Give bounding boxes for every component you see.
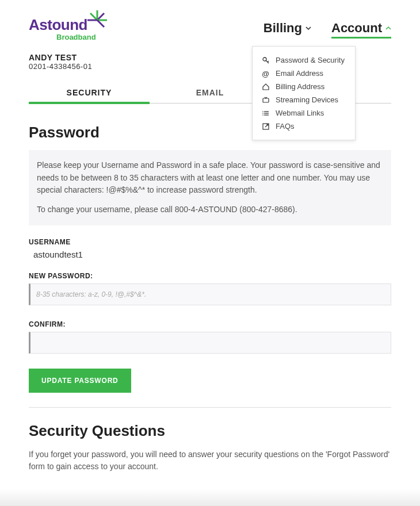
dropdown-streaming-devices[interactable]: Streaming Devices	[262, 93, 346, 106]
tab-label: EMAIL	[196, 88, 224, 97]
nav-billing[interactable]: Billing	[264, 21, 311, 36]
dropdown-item-label: Email Address	[276, 69, 323, 78]
svg-text:@: @	[262, 70, 269, 78]
at-icon: @	[262, 70, 270, 78]
page-shadow	[0, 489, 420, 506]
burst-icon	[86, 9, 109, 32]
home-icon	[262, 83, 270, 91]
svg-point-16	[262, 111, 264, 112]
header: Astound Broadband Billing Account	[29, 12, 391, 41]
account-dropdown: Password & Security @ Email Address Bill…	[252, 46, 356, 140]
confirm-password-input[interactable]	[29, 332, 391, 354]
nav-account-label: Account	[331, 21, 382, 36]
key-icon	[262, 56, 270, 64]
dropdown-item-label: Streaming Devices	[276, 95, 338, 104]
page-container: Astound Broadband Billing Account Passwo…	[0, 0, 420, 490]
dropdown-item-label: Webmail Links	[276, 109, 324, 117]
tv-icon	[262, 96, 270, 104]
dropdown-password-security[interactable]: Password & Security	[262, 53, 346, 67]
svg-point-18	[262, 114, 264, 116]
svg-rect-10	[263, 98, 269, 102]
svg-line-3	[97, 20, 104, 27]
chevron-down-icon	[306, 25, 311, 31]
dropdown-email-address[interactable]: @ Email Address	[262, 67, 346, 80]
new-password-input[interactable]	[29, 283, 391, 305]
brand-logo[interactable]: Astound Broadband	[29, 12, 96, 41]
svg-point-17	[262, 113, 264, 114]
dropdown-item-label: Password & Security	[276, 56, 345, 64]
nav-account[interactable]: Account	[331, 21, 391, 39]
svg-line-8	[268, 61, 269, 62]
dropdown-billing-address[interactable]: Billing Address	[262, 80, 346, 93]
svg-line-4	[90, 13, 97, 20]
update-password-button[interactable]: UPDATE PASSWORD	[29, 369, 131, 393]
section-divider	[29, 407, 391, 408]
external-link-icon	[262, 122, 270, 131]
security-questions-text: If you forget your password, you will ne…	[29, 448, 391, 473]
dropdown-item-label: FAQs	[276, 122, 295, 131]
confirm-password-field-wrap: CONFIRM:	[29, 320, 391, 354]
username-value: astoundtest1	[29, 250, 391, 259]
security-questions-title: Security Questions	[29, 422, 391, 440]
dropdown-faqs[interactable]: FAQs	[262, 120, 346, 133]
confirm-password-label: CONFIRM:	[29, 320, 391, 328]
new-password-label: NEW PASSWORD:	[29, 272, 391, 280]
dropdown-webmail-links[interactable]: Webmail Links	[262, 106, 346, 120]
brand-subtitle: Broadband	[56, 33, 96, 41]
main-nav: Billing Account	[264, 15, 391, 39]
new-password-field-wrap: NEW PASSWORD:	[29, 272, 391, 305]
nav-billing-label: Billing	[264, 21, 302, 36]
chevron-up-icon	[385, 25, 391, 31]
dropdown-item-label: Billing Address	[276, 82, 324, 91]
list-icon	[262, 109, 270, 117]
username-label: USERNAME	[29, 238, 391, 246]
tab-label: SECURITY	[67, 88, 112, 97]
svg-line-1	[97, 13, 104, 20]
password-info-text-2: To change your username, please call 800…	[37, 204, 383, 216]
password-info-text-1: Please keep your Username and Password i…	[37, 159, 383, 197]
tab-security[interactable]: SECURITY	[29, 81, 150, 103]
button-label: UPDATE PASSWORD	[41, 377, 119, 385]
password-info-box: Please keep your Username and Password i…	[29, 150, 391, 225]
